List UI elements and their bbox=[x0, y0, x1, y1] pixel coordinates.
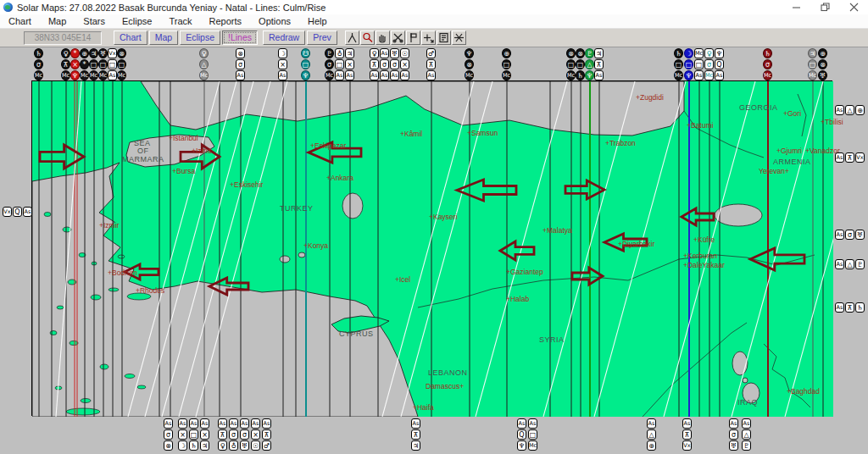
eclipse-button[interactable]: Eclipse bbox=[180, 30, 220, 45]
line-marker-glyph: As bbox=[164, 418, 173, 429]
line-marker-glyph: □ bbox=[576, 59, 585, 69]
asterisk-icon[interactable] bbox=[452, 30, 466, 45]
line-marker-glyph: σ bbox=[236, 59, 245, 69]
line-marker-glyph: ⊼ bbox=[426, 59, 436, 69]
line-marker-glyph: × bbox=[70, 59, 80, 69]
menu-eclipse[interactable]: Eclipse bbox=[114, 16, 160, 26]
prev-button[interactable]: Prev bbox=[307, 30, 337, 45]
line-marker-glyph: σ bbox=[325, 59, 334, 69]
menu-help[interactable]: Help bbox=[299, 16, 336, 26]
line-marker-glyph: Mc bbox=[808, 70, 817, 80]
minimize-button[interactable] bbox=[782, 0, 810, 14]
line-marker-glyph: As bbox=[335, 70, 344, 80]
line-marker-glyph: ☽ bbox=[278, 48, 287, 58]
line-marker-glyph: As bbox=[715, 70, 724, 80]
line-marker-glyph: ⊕ bbox=[647, 440, 656, 451]
line-marker-glyph: Mc bbox=[674, 70, 683, 80]
line-marker-glyph: σ bbox=[240, 429, 249, 440]
line-marker-glyph: ♀ bbox=[199, 48, 209, 58]
line-marker-glyph: As bbox=[647, 418, 656, 429]
line-marker-glyph: As bbox=[178, 418, 187, 429]
window-title: Solar Maps: 27.08.2022 Basak Burcunda Ye… bbox=[17, 3, 326, 13]
chart-button[interactable]: Chart bbox=[114, 30, 147, 45]
line-marker-glyph: ⊕ bbox=[855, 105, 865, 115]
line-marker-glyph: ⊕ bbox=[818, 48, 827, 58]
map-workspace[interactable]: +Istanbul+Izmit+Bursa+Eskisehir+Eskipaza… bbox=[0, 47, 868, 454]
line-marker-glyph: Q bbox=[517, 429, 526, 440]
line-marker-glyph: As bbox=[390, 70, 399, 80]
line-marker-glyph: ⊼ bbox=[682, 429, 692, 440]
line-marker-glyph: As bbox=[528, 418, 537, 429]
line-marker-glyph: As bbox=[411, 418, 420, 429]
line-marker-glyph: × bbox=[400, 59, 409, 69]
menu-reports[interactable]: Reports bbox=[201, 16, 251, 26]
zoom-icon[interactable] bbox=[360, 30, 375, 45]
line-marker-glyph: Mc bbox=[117, 70, 126, 80]
title-bar: Solar Maps: 27.08.2022 Basak Burcunda Ye… bbox=[0, 0, 868, 14]
line-marker-glyph: ♅ bbox=[240, 440, 249, 451]
line-marker-glyph: ♄ bbox=[189, 440, 198, 451]
line-marker-glyph: As bbox=[370, 70, 379, 80]
scissors-icon[interactable] bbox=[391, 30, 405, 45]
line-marker-glyph: ♆ bbox=[684, 70, 693, 80]
menu-stars[interactable]: Stars bbox=[75, 16, 114, 26]
line-marker-glyph: ⊗ bbox=[566, 48, 576, 58]
line-marker-glyph: σ bbox=[34, 59, 43, 69]
angle-lines-icon[interactable] bbox=[345, 30, 359, 45]
line-marker-glyph: ⊗ bbox=[236, 48, 245, 58]
line-marker-glyph: □ bbox=[117, 59, 126, 69]
notes-page-icon[interactable] bbox=[437, 30, 451, 45]
line-marker-glyph: As bbox=[835, 230, 844, 240]
line-marker-glyph: ♃ bbox=[411, 440, 420, 451]
line-marker-glyph: ♇ bbox=[742, 440, 751, 451]
line-marker-glyph: As bbox=[517, 418, 526, 429]
line-marker-glyph: ♆ bbox=[301, 70, 310, 80]
close-button[interactable] bbox=[839, 0, 868, 14]
menu-options[interactable]: Options bbox=[250, 16, 299, 26]
line-marker-glyph: σ bbox=[729, 429, 738, 440]
line-marker-glyph: Mc bbox=[502, 70, 511, 80]
map-button[interactable]: Map bbox=[149, 30, 178, 45]
line-marker-glyph: As bbox=[236, 70, 245, 80]
line-marker-glyph: ♅ bbox=[818, 70, 827, 80]
map-canvas[interactable] bbox=[31, 80, 832, 416]
line-marker-glyph: Mc bbox=[61, 70, 70, 80]
line-marker-glyph: ♄ bbox=[855, 302, 865, 313]
line-marker-glyph: As bbox=[835, 302, 844, 313]
redraw-button[interactable]: Redraw bbox=[263, 30, 305, 45]
line-marker-glyph: σ bbox=[390, 59, 399, 69]
line-marker-glyph: σ bbox=[704, 59, 714, 69]
crosshair-icon[interactable] bbox=[421, 30, 436, 45]
line-marker-glyph: ♅ bbox=[390, 48, 399, 58]
line-marker-glyph: Mc bbox=[34, 70, 43, 80]
line-marker-glyph: As bbox=[835, 105, 844, 115]
lines-button[interactable]: !Lines bbox=[222, 30, 258, 45]
line-marker-glyph: As bbox=[345, 70, 354, 80]
line-marker-glyph: △ bbox=[199, 59, 209, 69]
line-marker-glyph: * bbox=[80, 59, 89, 69]
line-marker-glyph: As bbox=[380, 48, 389, 58]
line-marker-glyph: Mc bbox=[325, 70, 334, 80]
line-marker-glyph: ♃ bbox=[89, 48, 98, 58]
line-marker-glyph: ♃ bbox=[345, 48, 354, 58]
line-marker-glyph: Q bbox=[715, 59, 724, 69]
flag-pin-icon[interactable] bbox=[406, 30, 420, 45]
menu-map[interactable]: Map bbox=[40, 16, 75, 26]
restore-button[interactable] bbox=[810, 0, 839, 14]
pan-hand-icon[interactable] bbox=[376, 30, 390, 45]
line-marker-glyph: Mc bbox=[89, 70, 98, 80]
line-marker-glyph: □ bbox=[301, 59, 310, 69]
line-marker-glyph: As bbox=[729, 418, 738, 429]
line-marker-glyph: As bbox=[229, 418, 238, 429]
line-marker-glyph: σ bbox=[229, 429, 238, 440]
line-marker-glyph: Mc bbox=[199, 70, 209, 80]
line-marker-glyph: ⊕ bbox=[80, 48, 89, 58]
line-marker-glyph: ♀ bbox=[218, 440, 227, 451]
line-marker-glyph: As bbox=[108, 70, 117, 80]
menu-track[interactable]: Track bbox=[160, 16, 200, 26]
menu-chart[interactable]: Chart bbox=[0, 16, 40, 26]
line-marker-glyph: × bbox=[278, 59, 287, 69]
line-marker-glyph: As bbox=[240, 418, 249, 429]
line-marker-glyph: □ bbox=[502, 59, 511, 69]
line-marker-glyph: ☋ bbox=[301, 48, 310, 58]
